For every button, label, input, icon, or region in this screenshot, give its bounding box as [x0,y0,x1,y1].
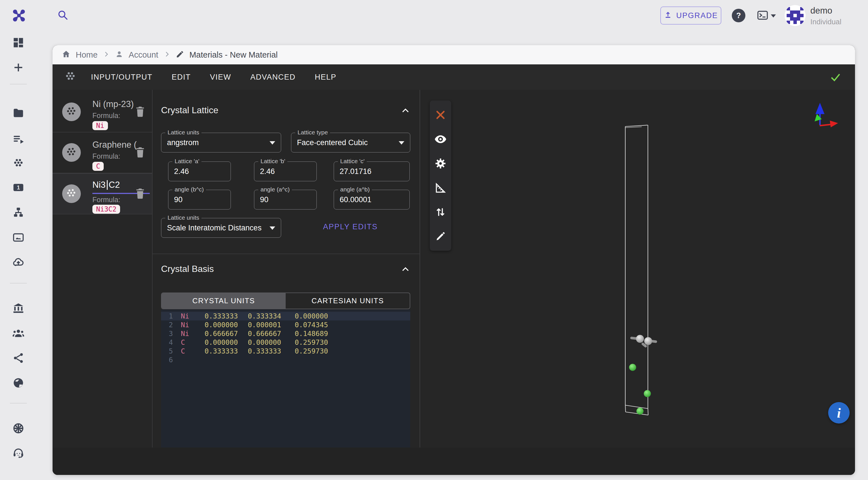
field-value: 90 [260,195,269,204]
material-item-graphene[interactable]: Graphene (… Formula: C [53,132,152,173]
eye-icon[interactable] [434,133,447,145]
editor-line[interactable]: 1Ni0.3333330.3333340.000000 [161,312,410,320]
delete-material-icon[interactable] [134,106,146,118]
sidebar-item-workflows[interactable] [12,206,25,218]
crystal-lattice-title: Crystal Lattice [161,105,218,115]
gear-icon[interactable] [434,157,447,170]
material-avatar [62,184,81,203]
sidebar-item-team[interactable] [12,327,25,339]
tab-crystal-units[interactable]: CRYSTAL UNITS [162,293,286,309]
divider [153,253,420,254]
angle-ab-input[interactable]: angle (a^b) 60.00001 [334,190,410,209]
close-icon[interactable] [434,109,447,121]
user-avatar[interactable] [785,5,806,26]
app-window: UPGRADE ? demo Individual 1 Home [0,0,868,480]
menu-help[interactable]: HELP [311,70,340,84]
sidebar-item-cloud-upload[interactable] [12,256,25,269]
workspace: Ni (mp-23) Formula: Ni Graphene (… Formu… [53,90,855,448]
field-value: Face-centered Cubic [297,138,368,147]
editor-line[interactable]: 4C0.0000000.0000000.259730 [161,338,410,347]
sidebar-item-media[interactable] [12,231,25,244]
upload-icon [664,10,672,21]
material-item-ni[interactable]: Ni (mp-23) Formula: Ni [53,92,152,132]
chevron-down-icon [270,227,275,230]
atom-nickel[interactable] [629,364,636,371]
viewer-3d[interactable]: i [420,90,855,448]
angle-bc-input[interactable]: angle (b^c) 90 [168,190,231,209]
crystal-scene[interactable] [420,90,854,448]
material-form: Crystal Lattice Lattice units angstrom L… [153,90,420,448]
sidebar-item-share[interactable] [12,352,25,364]
info-button[interactable]: i [828,402,849,423]
menu-edit[interactable]: EDIT [168,70,195,84]
viewer-toolbar [430,101,451,251]
sidebar-item-support[interactable] [12,447,25,459]
material-item-ni3c2-selected[interactable]: Ni3C2 Formula: Ni3C2 [53,173,152,214]
delete-material-icon[interactable] [134,188,146,200]
breadcrumb-home[interactable]: Home [76,50,97,60]
editor-line[interactable]: 3Ni0.6666670.6666670.148689 [161,329,410,338]
sidebar-item-globe[interactable] [12,377,25,389]
lattice-units-mode-select[interactable]: Lattice units Scale Interatomic Distance… [161,218,281,238]
editor-line[interactable]: 2Ni0.0000000.0000010.074345 [161,320,410,329]
apply-edits-button[interactable]: APPLY EDITS [311,220,390,234]
breadcrumb: Home Account Materials - New Material [53,45,855,64]
sidebar-divider [10,84,27,84]
formula-chip: C [92,162,104,171]
user-plan: Individual [810,18,841,26]
field-value: Scale Interatomic Distances [167,224,261,232]
formula-chip: Ni3C2 [92,205,120,214]
atom-carbon[interactable] [644,337,652,345]
app-logo-icon[interactable] [11,7,27,24]
atom-nickel[interactable] [637,408,644,415]
tab-cartesian-units[interactable]: CARTESIAN UNITS [286,293,410,309]
text-caret [107,180,107,190]
menu-view[interactable]: VIEW [206,70,235,84]
editor-line[interactable]: 5C0.3333330.3333330.259730 [161,347,410,355]
lattice-type-select[interactable]: Lattice type Face-centered Cubic [291,133,410,152]
sidebar-item-bank[interactable] [12,302,25,314]
menu-advanced[interactable]: ADVANCED [246,70,300,84]
pencil-icon[interactable] [434,230,447,243]
delete-material-icon[interactable] [134,146,146,159]
breadcrumb-account[interactable]: Account [129,50,158,60]
search-icon[interactable] [56,8,70,23]
sidebar-item-materials[interactable] [12,157,25,169]
lattice-b-input[interactable]: Lattice 'b' 2.46 [254,162,317,181]
breadcrumb-current: Materials - New Material [189,50,278,60]
console-menu-button[interactable] [756,9,776,22]
sidebar-item-wheel[interactable] [12,422,25,435]
material-name-input[interactable]: Ni3C2 [92,180,120,191]
help-button[interactable]: ? [732,9,745,22]
field-label: Lattice 'b' [258,158,287,165]
chevron-down-icon [399,141,404,144]
sidebar-item-jobs[interactable] [12,133,25,145]
save-check-icon[interactable] [830,72,841,82]
collapse-chevron-icon[interactable] [401,106,410,116]
lattice-a-input[interactable]: Lattice 'a' 2.46 [168,162,231,181]
atom-nickel[interactable] [644,390,651,397]
footer-strip [53,448,855,475]
swap-vert-icon[interactable] [434,206,447,218]
lattice-units-select[interactable]: Lattice units angstrom [161,133,281,152]
collapse-chevron-icon[interactable] [401,265,410,274]
menu-input-output[interactable]: INPUT/OUTPUT [87,70,157,84]
materials-menu-icon [64,70,77,84]
menubar: INPUT/OUTPUT EDIT VIEW ADVANCED HELP [53,64,855,90]
basis-editor[interactable]: 1Ni0.3333330.3333340.000000 2Ni0.0000000… [161,309,410,448]
sidebar-item-add[interactable] [12,61,25,74]
field-label: Lattice 'a' [173,158,202,165]
angle-ac-input[interactable]: angle (a^c) 90 [254,190,317,209]
sidebar-item-dashboard[interactable] [12,36,25,49]
lattice-c-input[interactable]: Lattice 'c' 27.01716 [334,162,410,181]
ruler-icon[interactable] [434,181,447,194]
sidebar-item-folder[interactable] [12,107,25,119]
editor-line[interactable]: 6 [161,355,410,364]
sidebar-item-bank-card[interactable]: 1 [12,181,25,194]
field-value: 27.01716 [340,167,372,176]
material-name: Ni (mp-23) [92,99,134,109]
atom-carbon[interactable] [636,335,644,343]
upgrade-button[interactable]: UPGRADE [660,6,721,25]
field-label: angle (a^b) [338,186,372,193]
home-icon[interactable] [62,50,71,60]
